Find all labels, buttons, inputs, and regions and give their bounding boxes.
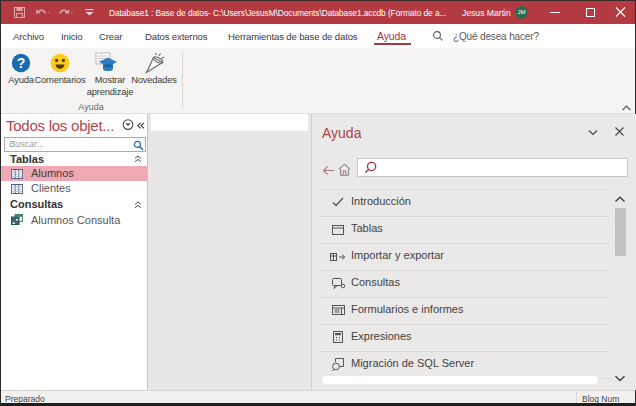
svg-text:?: ? [17, 55, 26, 71]
